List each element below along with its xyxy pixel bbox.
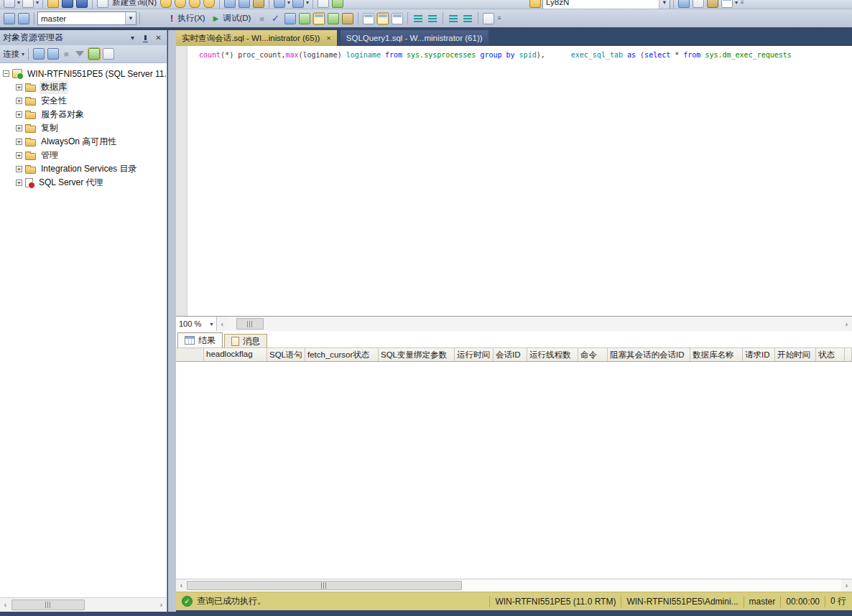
chevron-down-icon[interactable]: ▾ bbox=[287, 0, 290, 6]
redo-icon[interactable] bbox=[292, 0, 304, 8]
expand-icon[interactable] bbox=[16, 125, 22, 131]
refresh-icon[interactable] bbox=[88, 48, 100, 60]
tree-node-security[interactable]: 安全性 bbox=[0, 94, 167, 108]
paste-icon[interactable] bbox=[253, 0, 264, 8]
column-header[interactable]: 状态 bbox=[816, 347, 845, 361]
code-line[interactable]: count(*) proc_count,max(loginame) logina… bbox=[187, 46, 852, 316]
chevron-down-icon[interactable]: ▼ bbox=[659, 0, 670, 9]
save-all-icon[interactable] bbox=[76, 0, 88, 8]
uncomment-icon[interactable] bbox=[427, 13, 438, 24]
chevron-down-icon[interactable]: ▾ bbox=[22, 51, 24, 57]
close-icon[interactable]: ✕ bbox=[153, 33, 164, 43]
tree-node-integration-services[interactable]: Integration Services 目录 bbox=[0, 162, 167, 176]
query-options-icon[interactable] bbox=[284, 13, 296, 24]
window-icon[interactable] bbox=[721, 0, 733, 8]
zoom-control[interactable]: 100 % ▼ bbox=[176, 317, 217, 331]
column-header[interactable]: fetch_cursor状态 bbox=[305, 347, 379, 361]
start-icon[interactable] bbox=[332, 0, 343, 8]
include-actual-plan-icon[interactable] bbox=[313, 13, 325, 24]
column-header[interactable]: 运行线程数 bbox=[527, 347, 578, 361]
analysis-mdx-query-icon[interactable] bbox=[175, 0, 186, 8]
column-header[interactable]: 会话ID bbox=[494, 347, 527, 361]
tree-node-sql-agent[interactable]: SQL Server 代理 bbox=[0, 176, 167, 190]
expand-icon[interactable] bbox=[16, 152, 22, 159]
connect-server-icon[interactable] bbox=[33, 48, 45, 60]
tab-results[interactable]: 结果 bbox=[177, 332, 223, 347]
collapse-icon[interactable] bbox=[3, 70, 9, 77]
kill-process-icon[interactable] bbox=[103, 48, 114, 60]
parse-icon[interactable]: ✓ bbox=[272, 13, 279, 24]
navigate-back-icon[interactable] bbox=[318, 0, 329, 8]
scrollbar-thumb[interactable] bbox=[236, 318, 264, 330]
scroll-left-icon[interactable]: ‹ bbox=[217, 317, 228, 331]
results-grid-body[interactable] bbox=[176, 362, 852, 579]
column-header[interactable]: 请求ID bbox=[743, 347, 775, 361]
toolbar-overflow-icon[interactable]: ≡ bbox=[741, 0, 744, 6]
scroll-right-icon[interactable]: › bbox=[841, 317, 852, 331]
client-statistics-icon[interactable] bbox=[328, 13, 339, 24]
available-databases-icon[interactable] bbox=[4, 13, 15, 24]
tree-node-server-objects[interactable]: 服务器对象 bbox=[0, 108, 167, 121]
scrollbar-thumb[interactable] bbox=[187, 581, 462, 590]
object-explorer-hscrollbar[interactable]: ‹ › bbox=[0, 597, 167, 612]
new-item-icon[interactable] bbox=[22, 0, 34, 8]
analysis-dmx-query-icon[interactable] bbox=[189, 0, 200, 8]
chevron-down-icon[interactable]: ▾ bbox=[735, 0, 738, 6]
scrollbar-thumb[interactable] bbox=[11, 599, 85, 610]
new-query-icon[interactable] bbox=[97, 0, 108, 8]
tab-sqlquery1[interactable]: SQLQuery1.sql - W...ministrator (61)) bbox=[341, 30, 488, 46]
database-combobox[interactable]: master ▼ bbox=[37, 11, 136, 25]
results-to-file-icon[interactable] bbox=[392, 13, 403, 24]
tree-node-replication[interactable]: 复制 bbox=[0, 121, 167, 135]
column-header[interactable]: 数据库名称 bbox=[690, 347, 743, 361]
specify-values-icon[interactable] bbox=[483, 13, 494, 24]
tab-messages[interactable]: 消息 bbox=[224, 334, 267, 347]
search-folder-icon[interactable] bbox=[529, 0, 541, 8]
properties-icon[interactable] bbox=[693, 0, 704, 8]
toolbar-overflow-icon[interactable]: ≡ bbox=[498, 15, 501, 22]
tree-node-alwayson[interactable]: AlwaysOn 高可用性 bbox=[0, 135, 167, 149]
scroll-right-icon[interactable]: › bbox=[156, 598, 167, 612]
chevron-down-icon[interactable]: ▾ bbox=[306, 0, 309, 6]
code-editor[interactable]: count(*) proc_count,max(loginame) logina… bbox=[176, 46, 852, 316]
tools-icon[interactable] bbox=[707, 0, 718, 8]
column-header[interactable]: SQL变量绑定参数 bbox=[379, 347, 455, 361]
expand-icon[interactable] bbox=[16, 166, 22, 172]
tab-realtime-query-session[interactable]: 实时查询会话.sql - WI...inistrator (65)) × bbox=[176, 30, 337, 46]
results-to-text-icon[interactable] bbox=[363, 13, 374, 24]
chevron-down-icon[interactable]: ▼ bbox=[207, 322, 216, 327]
column-header[interactable]: 开始时间 bbox=[775, 347, 816, 361]
copy-icon[interactable] bbox=[239, 0, 250, 8]
pin-icon[interactable] bbox=[140, 33, 151, 43]
chevron-down-icon[interactable]: ▼ bbox=[125, 12, 136, 24]
results-hscrollbar[interactable]: ‹ › bbox=[176, 579, 852, 592]
expand-icon[interactable] bbox=[16, 111, 22, 118]
column-header[interactable]: 命令 bbox=[578, 347, 608, 361]
increase-indent-icon[interactable] bbox=[462, 13, 473, 24]
activity-monitor-icon[interactable] bbox=[18, 13, 29, 24]
find-icon[interactable] bbox=[678, 0, 690, 8]
execute-button[interactable]: 执行(X) bbox=[167, 11, 210, 25]
column-header[interactable]: headlockflag bbox=[204, 347, 267, 361]
filter-icon[interactable] bbox=[75, 51, 84, 57]
sqlcmd-mode-icon[interactable] bbox=[342, 13, 353, 24]
decrease-indent-icon[interactable] bbox=[448, 13, 459, 24]
search-combobox[interactable]: Ly8zN ▼ bbox=[542, 0, 670, 9]
expand-icon[interactable] bbox=[16, 179, 22, 186]
open-file-icon[interactable] bbox=[47, 0, 59, 8]
intellisense-icon[interactable] bbox=[299, 13, 310, 24]
scroll-left-icon[interactable]: ‹ bbox=[0, 598, 11, 612]
chevron-down-icon[interactable]: ▾ bbox=[17, 0, 20, 6]
debug-button[interactable]: 调试(D) bbox=[210, 11, 256, 25]
expand-icon[interactable] bbox=[16, 139, 22, 145]
undo-icon[interactable] bbox=[274, 0, 285, 8]
save-icon[interactable] bbox=[62, 0, 73, 8]
chevron-down-icon[interactable]: ▾ bbox=[36, 0, 39, 6]
column-header-partial[interactable] bbox=[845, 347, 852, 361]
app-menu-icon[interactable] bbox=[4, 0, 15, 8]
column-header[interactable]: 阻塞其会话的会话ID bbox=[608, 347, 690, 361]
tree-node-server[interactable]: WIN-RTFNI551PE5 (SQL Server 11.0 bbox=[0, 67, 167, 80]
connect-dropdown[interactable]: 连接 bbox=[3, 49, 19, 60]
comment-icon[interactable] bbox=[412, 13, 424, 24]
column-header[interactable]: 运行时间 bbox=[455, 347, 494, 361]
